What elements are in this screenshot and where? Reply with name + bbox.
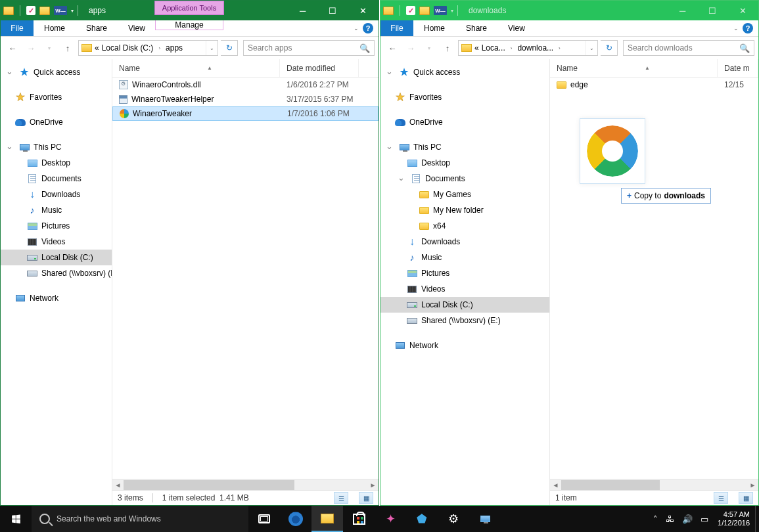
nav-local-disk[interactable]: Local Disk (C:) (380, 297, 549, 313)
nav-documents[interactable]: Documents (380, 171, 549, 187)
scroll-thumb[interactable] (124, 480, 294, 490)
forward-button[interactable]: → (23, 40, 39, 56)
file-row[interactable]: WinaeroControls.dll1/6/2016 2:27 PM (112, 78, 379, 92)
qat-properties-icon[interactable]: ✓ (406, 6, 415, 15)
taskbar-clock[interactable]: 4:57 AM 1/12/2016 (712, 510, 755, 527)
tab-view[interactable]: View (118, 20, 156, 36)
maximize-button[interactable]: ☐ (697, 1, 727, 20)
nav-quick-access[interactable]: Quick access (380, 64, 549, 80)
title-bar[interactable]: ✓ W— ▾ apps Application Tools ─ ☐ ✕ (1, 1, 379, 20)
qat-customize-caret-icon[interactable]: ▾ (451, 8, 453, 14)
nav-pictures[interactable]: Pictures (1, 218, 112, 234)
qat-newfolder-icon[interactable] (39, 7, 50, 15)
nav-network-drive[interactable]: Shared (\\vboxsrv) (E:) (380, 313, 549, 328)
breadcrumb[interactable]: apps (166, 43, 183, 53)
taskbar-search[interactable]: Search the web and Windows (32, 506, 248, 532)
breadcrumb[interactable]: Local Disk (C:) (102, 43, 154, 53)
tab-share[interactable]: Share (76, 20, 118, 36)
chevron-right-icon[interactable]: › (156, 45, 163, 51)
scroll-left-icon[interactable]: ◄ (112, 481, 124, 489)
help-icon[interactable]: ? (743, 23, 753, 33)
breadcrumb[interactable]: « (95, 43, 99, 53)
search-box[interactable]: Search downloads 🔍 (623, 40, 754, 56)
nav-local-disk[interactable]: Local Disk (C:) (1, 250, 112, 265)
view-details-button[interactable]: ☰ (334, 492, 348, 504)
breadcrumb[interactable]: Loca... (482, 43, 505, 53)
tray-volume-icon[interactable]: 🔊 (678, 506, 697, 532)
back-button[interactable]: ← (5, 40, 20, 56)
tray-notifications-icon[interactable]: ▭ (697, 506, 712, 532)
refresh-button[interactable]: ↻ (221, 40, 238, 56)
nav-videos[interactable]: Videos (1, 234, 112, 250)
contextual-tab-tools[interactable]: Application Tools (154, 1, 224, 15)
up-button[interactable]: ↑ (440, 40, 455, 56)
nav-desktop[interactable]: Desktop (380, 155, 549, 171)
tab-share[interactable]: Share (455, 20, 497, 36)
tray-overflow-icon[interactable]: ˄ (649, 506, 662, 532)
ribbon-expand-icon[interactable]: ⌄ (354, 25, 359, 32)
tab-home[interactable]: Home (34, 20, 76, 36)
nav-network[interactable]: Network (1, 290, 112, 306)
address-bar[interactable]: « Local Disk (C:) › apps ⌄ (78, 40, 218, 56)
tab-view[interactable]: View (497, 20, 536, 36)
nav-documents-sub[interactable]: My New folder (380, 202, 549, 218)
minimize-button[interactable]: ─ (288, 1, 317, 20)
breadcrumb[interactable]: « (474, 43, 479, 53)
address-bar[interactable]: « Loca... › downloa... › ⌄ (458, 40, 598, 56)
nav-network[interactable]: Network (380, 338, 549, 353)
taskbar-edge[interactable] (280, 506, 311, 532)
search-box[interactable]: Search apps 🔍 (243, 40, 375, 56)
taskbar-app[interactable]: ⬟ (406, 506, 438, 532)
view-details-button[interactable]: ☰ (714, 492, 728, 504)
tab-manage[interactable]: Manage (155, 20, 223, 30)
back-button[interactable]: ← (384, 40, 400, 56)
history-caret-icon[interactable]: ⌄ (206, 41, 218, 55)
nav-downloads[interactable]: ↓Downloads (1, 187, 112, 202)
qat-word-icon[interactable]: W— (434, 6, 447, 15)
file-row[interactable]: edge12/15 (550, 78, 758, 92)
view-icons-button[interactable]: ▦ (739, 492, 753, 504)
nav-desktop[interactable]: Desktop (1, 155, 112, 171)
col-date[interactable]: Date modified (280, 59, 359, 77)
show-desktop-button[interactable] (755, 506, 759, 532)
recent-caret-icon[interactable]: ▾ (41, 40, 57, 56)
file-row[interactable]: WinaeroTweakerHelper3/17/2015 6:37 PM (112, 92, 379, 106)
taskbar-explorer[interactable] (311, 506, 343, 532)
nav-pictures[interactable]: Pictures (380, 265, 549, 281)
start-button[interactable] (0, 506, 32, 532)
up-button[interactable]: ↑ (60, 40, 76, 56)
hscrollbar[interactable]: ◄ ► (112, 479, 379, 490)
nav-documents[interactable]: Documents (1, 171, 112, 187)
nav-this-pc[interactable]: This PC (1, 139, 112, 155)
nav-favorites[interactable]: Favorites (380, 89, 549, 105)
scroll-left-icon[interactable]: ◄ (550, 481, 561, 489)
nav-documents-sub[interactable]: x64 (380, 218, 549, 234)
maximize-button[interactable]: ☐ (317, 1, 347, 20)
close-button[interactable]: ✕ (727, 1, 758, 20)
scroll-thumb[interactable] (561, 480, 660, 490)
close-button[interactable]: ✕ (347, 1, 379, 20)
title-bar[interactable]: ✓ W— ▾ downloads ─ ☐ ✕ (380, 1, 758, 20)
nav-downloads[interactable]: ↓Downloads (380, 234, 549, 250)
qat-properties-icon[interactable]: ✓ (26, 6, 35, 15)
hscrollbar[interactable]: ◄ ► (550, 479, 758, 490)
tab-file[interactable]: File (380, 20, 413, 36)
taskbar-app[interactable] (469, 506, 501, 532)
recent-caret-icon[interactable]: ▾ (421, 40, 437, 56)
history-caret-icon[interactable]: ⌄ (586, 41, 597, 55)
taskbar-app[interactable]: ✦ (375, 506, 406, 532)
breadcrumb[interactable]: downloa... (517, 43, 553, 53)
view-icons-button[interactable]: ▦ (359, 492, 373, 504)
nav-onedrive[interactable]: OneDrive (1, 114, 112, 130)
chevron-right-icon[interactable]: › (508, 45, 515, 51)
qat-newfolder-icon[interactable] (419, 7, 430, 15)
nav-documents-sub[interactable]: My Games (380, 187, 549, 202)
refresh-button[interactable]: ↻ (601, 40, 618, 56)
col-name[interactable]: Name▲ (112, 59, 280, 77)
nav-this-pc[interactable]: This PC (380, 139, 549, 155)
nav-network-drive[interactable]: Shared (\\vboxsrv) (E:) (1, 265, 112, 281)
tab-file[interactable]: File (1, 20, 34, 36)
nav-videos[interactable]: Videos (380, 281, 549, 297)
nav-quick-access[interactable]: Quick access (1, 64, 112, 80)
nav-music[interactable]: ♪Music (1, 202, 112, 218)
